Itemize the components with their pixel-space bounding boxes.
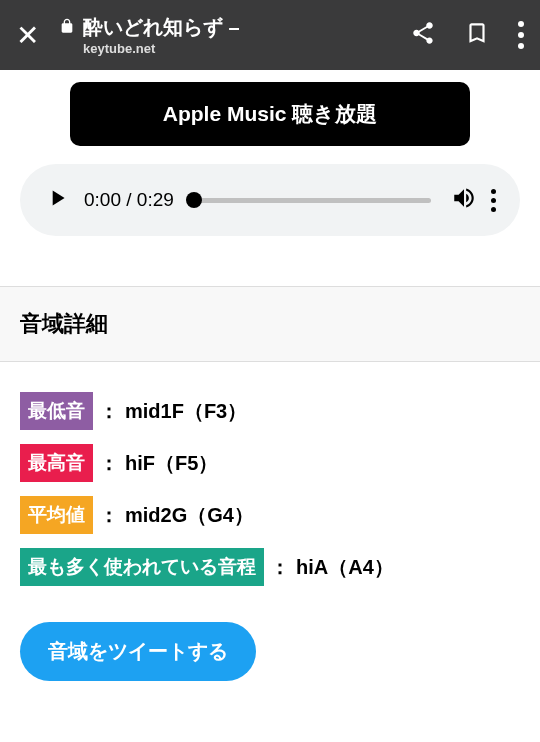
value-most-used: hiA（A4）	[296, 554, 394, 581]
duration: 0:29	[137, 189, 174, 210]
player-menu-icon[interactable]	[491, 189, 496, 212]
lock-icon	[59, 18, 75, 38]
apple-music-button[interactable]: Apple Music 聴き放題	[70, 82, 470, 146]
share-icon[interactable]	[410, 20, 436, 50]
range-highest: 最高音 ： hiF（F5）	[20, 444, 520, 482]
page-url: keytube.net	[83, 41, 390, 56]
progress-bar[interactable]	[194, 198, 431, 203]
page-title: 酔いどれ知らず –	[83, 14, 240, 41]
range-lowest: 最低音 ： mid1F（F3）	[20, 392, 520, 430]
range-most-used: 最も多く使われている音程 ： hiA（A4）	[20, 548, 520, 586]
browser-bar: ✕ 酔いどれ知らず – keytube.net	[0, 0, 540, 70]
range-average: 平均値 ： mid2G（G4）	[20, 496, 520, 534]
current-time: 0:00	[84, 189, 121, 210]
play-icon[interactable]	[44, 185, 70, 215]
volume-icon[interactable]	[451, 185, 477, 215]
value-highest: hiF（F5）	[125, 450, 218, 477]
badge-highest: 最高音	[20, 444, 93, 482]
close-icon[interactable]: ✕	[16, 19, 39, 52]
badge-most-used: 最も多く使われている音程	[20, 548, 264, 586]
badge-average: 平均値	[20, 496, 93, 534]
tweet-button[interactable]: 音域をツイートする	[20, 622, 256, 681]
menu-icon[interactable]	[518, 21, 524, 49]
audio-player: 0:00 / 0:29	[20, 164, 520, 236]
progress-handle[interactable]	[186, 192, 202, 208]
badge-lowest: 最低音	[20, 392, 93, 430]
title-container: 酔いどれ知らず – keytube.net	[59, 14, 390, 56]
time-display: 0:00 / 0:29	[84, 189, 174, 211]
section-header: 音域詳細	[0, 286, 540, 362]
value-average: mid2G（G4）	[125, 502, 254, 529]
bookmark-icon[interactable]	[464, 20, 490, 50]
value-lowest: mid1F（F3）	[125, 398, 247, 425]
